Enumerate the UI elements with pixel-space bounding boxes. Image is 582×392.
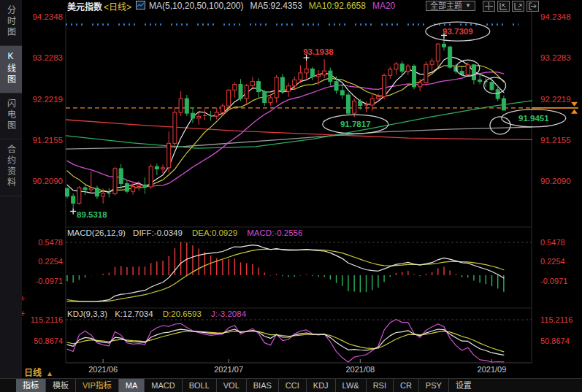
macd-params: MACD(26,12,9) [67, 228, 126, 237]
kdj-pane-header: KDJ(9,3,3) K:12.7034 D:20.6593 J:-3.2084 [67, 310, 246, 318]
svg-text:94.2348: 94.2348 [540, 12, 571, 21]
svg-text:0.5478: 0.5478 [38, 238, 63, 247]
kdj-d-value: D:20.6593 [163, 310, 202, 318]
ma10-value: MA10:92.6658 [309, 1, 366, 11]
chart-mode-sidebar: 分时图K线图闪电图合约资料 [0, 0, 22, 378]
sidebar-tab-2[interactable]: 闪电图 [0, 93, 22, 139]
toolbar-item-3[interactable]: MA [118, 379, 145, 392]
svg-text:0.2254: 0.2254 [540, 257, 565, 266]
svg-text:89.5318: 89.5318 [77, 210, 107, 219]
kdj-j-value: J:-3.2084 [211, 310, 246, 318]
toolbar-item-9[interactable]: KDJ [306, 379, 335, 392]
detach-pane-button[interactable] [527, 1, 539, 12]
svg-text:0.5478: 0.5478 [540, 238, 565, 247]
svg-text:90.2090: 90.2090 [540, 177, 571, 185]
toolbar-item-7[interactable]: BIAS [246, 379, 278, 392]
macd-pane-header: MACD(26,12,9) DIFF:-0.0349 DEA:0.0929 MA… [67, 228, 302, 237]
candlestick-chart-canvas[interactable]: 2021/062021/072021/082021/0994.234894.23… [0, 0, 582, 392]
toolbar-item-11[interactable]: RSI [366, 379, 393, 392]
macd-hist-value: MACD:-0.2556 [247, 228, 302, 237]
toolbar-item-14[interactable]: 设置 [448, 379, 478, 392]
period-tag: <日线> [104, 0, 131, 12]
theme-select-button[interactable]: 全部主题 ▼ [426, 1, 475, 11]
svg-text:50.8674: 50.8674 [540, 337, 570, 345]
toolbar-item-8[interactable]: CCI [278, 379, 306, 392]
svg-text:115.2116: 115.2116 [31, 315, 63, 324]
svg-text:2021/09: 2021/09 [478, 365, 507, 374]
symbol-name: 美元指数 [67, 0, 102, 12]
ma5-value: MA5:92.4353 [250, 1, 302, 11]
svg-text:93.7309: 93.7309 [443, 27, 473, 36]
svg-text:91.2155: 91.2155 [32, 136, 63, 145]
svg-text:-0.0971: -0.0971 [36, 277, 63, 285]
svg-text:93.2283: 93.2283 [32, 53, 63, 62]
chevron-down-icon: ▼ [465, 1, 471, 10]
toolbar-item-1[interactable]: 模板 [45, 379, 75, 392]
toolbar-item-5[interactable]: BOLL [182, 379, 216, 392]
period-label: 日线 [24, 368, 42, 378]
svg-text:92.2219: 92.2219 [540, 95, 571, 104]
chart-header-bar: 美元指数 <日线> MA(5,10,20,50,100,200) MA5:92.… [22, 0, 582, 12]
toolbar-item-12[interactable]: CR [393, 379, 418, 392]
svg-text:90.2090: 90.2090 [32, 177, 63, 185]
sidebar-tab-1[interactable]: K线图 [0, 46, 22, 93]
crosshair-tool-button[interactable] [483, 1, 495, 12]
svg-text:115.2116: 115.2116 [540, 315, 573, 324]
ma20-value: MA20 [372, 1, 395, 11]
sidebar-tab-0[interactable]: 分时图 [0, 0, 22, 46]
toolbar-item-2[interactable]: VIP指标 [75, 379, 118, 392]
macd-dea-value: DEA:0.0929 [192, 228, 237, 237]
svg-text:2021/07: 2021/07 [214, 365, 243, 374]
indicator-toolbar: 指标模板VIP指标MAMACDBOLLVOLBIASCCIKDJLW&RSICR… [0, 378, 582, 392]
svg-text:93.2283: 93.2283 [540, 53, 571, 62]
kdj-params: KDJ(9,3,3) [67, 310, 107, 318]
macd-diff-value: DIFF:-0.0349 [133, 228, 183, 237]
zoom-axis-right-button[interactable] [512, 1, 524, 12]
svg-text:-0.0971: -0.0971 [540, 277, 567, 285]
svg-text:91.9451: 91.9451 [518, 114, 549, 123]
svg-text:91.7817: 91.7817 [340, 120, 371, 128]
period-selector[interactable]: 日线▲ [24, 366, 53, 378]
sidebar-tab-3[interactable]: 合约资料 [0, 139, 22, 196]
toolbar-item-6[interactable]: VOL [216, 379, 246, 392]
svg-text:91.2155: 91.2155 [540, 136, 571, 145]
svg-text:2021/08: 2021/08 [345, 365, 375, 374]
chart-type-icon[interactable] [136, 1, 145, 12]
trading-terminal: 2021/062021/072021/082021/0994.234894.23… [0, 0, 582, 392]
triangle-up-icon: ▲ [46, 369, 53, 377]
zoom-axis-left-button[interactable] [497, 1, 510, 12]
ma-settings-label: MA(5,10,20,50,100,200) [149, 1, 243, 11]
toolbar-item-10[interactable]: LW& [335, 379, 366, 392]
svg-text:92.2219: 92.2219 [32, 95, 63, 104]
theme-select-label: 全部主题 [430, 1, 462, 10]
svg-text:94.2348: 94.2348 [32, 12, 63, 21]
svg-text:50.8674: 50.8674 [34, 337, 63, 345]
toolbar-item-13[interactable]: PSY [418, 379, 448, 392]
toolbar-item-0[interactable]: 指标 [16, 379, 45, 392]
toolbar-item-4[interactable]: MACD [144, 379, 181, 392]
svg-text:2021/06: 2021/06 [88, 365, 118, 374]
svg-text:93.1938: 93.1938 [303, 47, 334, 56]
svg-text:0.2254: 0.2254 [38, 257, 63, 266]
kdj-k-value: K:12.7034 [115, 310, 153, 318]
